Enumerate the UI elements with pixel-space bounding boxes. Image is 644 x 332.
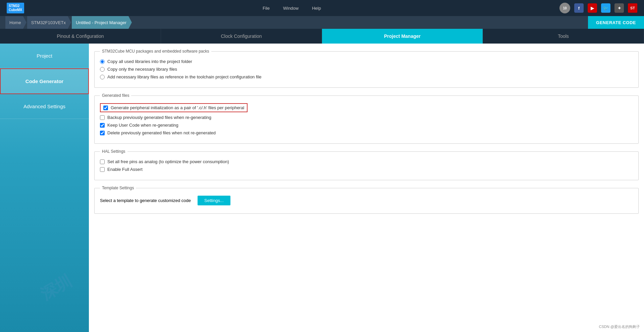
checkbox-delete-files-row: Delete previously generated files when n… [100,130,633,135]
generate-code-button[interactable]: GENERATE CODE [588,16,644,29]
radio-add-reference: Add necessary library files as reference… [100,74,633,79]
main-layout: Project Code Generator Advanced Settings… [0,44,644,332]
menu-window[interactable]: Window [283,6,299,11]
tab-tools[interactable]: Tools [483,29,644,44]
generated-files-legend: Generated files [100,93,131,98]
youtube-icon[interactable]: ▶ [588,3,597,13]
checkbox-set-free-pins-label: Set all free pins as analog (to optimize… [107,159,229,164]
template-settings-section: Template Settings Select a template to g… [94,186,639,214]
sidebar-item-project[interactable]: Project [0,44,89,68]
badge-icon: 10 [559,3,570,13]
logo-box: STM32 CubeMX [7,3,24,13]
radio-copy-necessary-label: Copy only the necessary library files [107,67,177,72]
sidebar-item-code-generator[interactable]: Code Generator [0,68,89,94]
hal-settings-section: HAL Settings Set all free pins as analog… [94,149,639,180]
radio-copy-necessary: Copy only the necessary library files [100,67,633,72]
facebook-icon[interactable]: f [574,3,584,13]
template-settings-legend: Template Settings [100,186,136,190]
gsdn-credit: CSDN @爱出名的狗剩子 [599,324,640,329]
checkbox-generate-peripheral-label: Generate peripheral initialization as a … [111,105,244,110]
sidebar-item-advanced-settings[interactable]: Advanced Settings [0,94,89,119]
network-icon[interactable]: ✦ [614,3,624,13]
tab-project-manager[interactable]: Project Manager [322,29,483,44]
checkbox-enable-full-assert-row: Enable Full Assert [100,167,633,172]
top-right-icons: 10 f ▶ 🐦 ✦ ST [559,3,637,13]
st-brand-icon: ST [628,3,637,13]
checkbox-enable-full-assert-label: Enable Full Assert [107,167,143,172]
content-area: STM32Cube MCU packages and embedded soft… [89,44,644,332]
checkbox-generate-peripheral-row: Generate peripheral initialization as a … [100,103,633,112]
checkbox-enable-full-assert[interactable] [100,167,105,172]
sidebar: Project Code Generator Advanced Settings [0,44,89,332]
menu-file[interactable]: File [263,6,270,11]
checkbox-set-free-pins-row: Set all free pins as analog (to optimize… [100,159,633,164]
checkbox-generate-peripheral-highlighted: Generate peripheral initialization as a … [100,103,248,112]
tab-clock[interactable]: Clock Configuration [161,29,322,44]
checkbox-keep-user-code-row: Keep User Code when re-generating [100,123,633,128]
mcu-packages-legend: STM32Cube MCU packages and embedded soft… [100,49,211,54]
checkbox-backup-files-label: Backup previously generated files when r… [107,115,211,120]
menu-help[interactable]: Help [312,6,321,11]
logo-area: STM32 CubeMX [7,3,24,13]
main-tabs: Pinout & Configuration Clock Configurati… [0,29,644,44]
checkbox-keep-user-code-label: Keep User Code when re-generating [107,123,178,128]
breadcrumb-project[interactable]: Untitled - Project Manager [72,16,132,29]
checkbox-backup-files-row: Backup previously generated files when r… [100,115,633,120]
checkbox-generate-peripheral[interactable] [103,106,108,110]
checkbox-keep-user-code[interactable] [100,123,105,128]
radio-copy-all-input[interactable] [100,59,105,64]
radio-copy-all-label: Copy all used libraries into the project… [107,59,192,64]
tab-pinout[interactable]: Pinout & Configuration [0,29,161,44]
hal-settings-legend: HAL Settings [100,149,127,154]
menu-items: File Window Help [24,6,559,11]
generated-files-section: Generated files Generate peripheral init… [94,93,639,144]
breadcrumb-bar: Home STM32F103VETx Untitled - Project Ma… [0,16,644,29]
template-row: Select a template to generate customized… [100,193,633,208]
radio-copy-necessary-input[interactable] [100,67,105,72]
checkbox-delete-files[interactable] [100,131,105,135]
template-select-label: Select a template to generate customized… [100,198,191,203]
radio-add-reference-label: Add necessary library files as reference… [107,74,262,79]
checkbox-set-free-pins[interactable] [100,159,105,164]
twitter-icon[interactable]: 🐦 [601,3,610,13]
mcu-packages-section: STM32Cube MCU packages and embedded soft… [94,49,639,88]
checkbox-delete-files-label: Delete previously generated files when n… [107,130,216,135]
radio-copy-all: Copy all used libraries into the project… [100,59,633,64]
radio-add-reference-input[interactable] [100,75,105,79]
breadcrumb-home[interactable]: Home [5,16,26,29]
breadcrumb-device[interactable]: STM32F103VETx [27,16,71,29]
top-menubar: STM32 CubeMX File Window Help 10 f ▶ 🐦 ✦… [0,0,644,16]
settings-button[interactable]: Settings... [198,196,230,205]
checkbox-backup-files[interactable] [100,115,105,120]
